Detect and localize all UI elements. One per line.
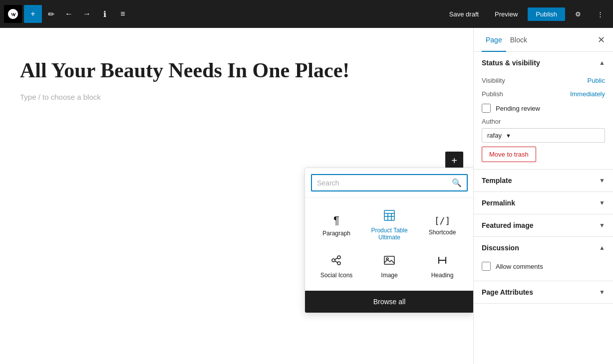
featured-image-chevron-icon: ▼ <box>599 222 605 229</box>
publish-label: Publish <box>482 90 503 98</box>
svg-point-7 <box>337 262 340 265</box>
page-attributes-header[interactable]: Page Attributes ▼ <box>474 281 613 303</box>
social-icons-icon <box>331 255 342 269</box>
page-attributes-section: Page Attributes ▼ <box>474 281 613 304</box>
allow-comments-checkbox[interactable] <box>482 262 491 271</box>
block-item-heading[interactable]: Heading <box>417 249 468 285</box>
floating-add-block-button[interactable]: + <box>445 152 463 170</box>
list-view-button[interactable]: ≡ <box>114 5 132 23</box>
block-item-image[interactable]: Image <box>364 249 415 285</box>
shortcode-icon: [/] <box>434 215 451 226</box>
chevron-up-icon: ▲ <box>599 59 605 66</box>
toolbar-right: Save draft Preview Publish ⚙ ⋮ <box>443 5 609 23</box>
product-table-label: Product Table Ultimate <box>368 227 411 241</box>
image-label: Image <box>381 272 397 279</box>
pending-review-label: Pending review <box>496 105 540 112</box>
editor-area: All Your Beauty Needs In One Place! Type… <box>0 28 473 364</box>
tab-page[interactable]: Page <box>482 28 506 52</box>
pending-review-row: Pending review <box>482 101 605 116</box>
sidebar-tabs: Page Block ✕ <box>474 28 613 52</box>
heading-icon <box>437 255 448 269</box>
discussion-chevron-icon: ▲ <box>599 244 605 251</box>
publish-button[interactable]: Publish <box>528 7 565 21</box>
wp-logo-icon <box>8 9 18 19</box>
tab-block[interactable]: Block <box>506 28 531 52</box>
author-label: Author <box>482 116 605 128</box>
publish-value[interactable]: Immediately <box>570 90 605 98</box>
visibility-value[interactable]: Public <box>588 77 605 84</box>
block-placeholder[interactable]: Type / to choose a block <box>20 93 453 101</box>
info-button[interactable]: ℹ <box>96 5 114 23</box>
page-attributes-chevron-icon: ▼ <box>599 289 605 296</box>
heading-label: Heading <box>431 272 454 279</box>
svg-rect-0 <box>384 210 394 220</box>
pending-review-checkbox[interactable] <box>482 104 491 113</box>
author-chevron-icon: ▼ <box>506 133 511 139</box>
settings-button[interactable]: ⚙ <box>569 5 587 23</box>
block-item-shortcode[interactable]: [/] Shortcode <box>417 204 468 247</box>
allow-comments-label: Allow comments <box>496 263 543 270</box>
featured-image-label: Featured image <box>482 221 533 229</box>
visibility-row: Visibility Public <box>482 74 605 87</box>
template-header[interactable]: Template ▼ <box>474 170 613 191</box>
author-value: rafay <box>487 132 502 139</box>
main-layout: All Your Beauty Needs In One Place! Type… <box>0 28 613 364</box>
discussion-section: Discussion ▲ Allow comments <box>474 237 613 281</box>
block-picker-popup: 🔍 ¶ Paragraph <box>305 168 473 313</box>
permalink-section: Permalink ▼ <box>474 192 613 214</box>
edit-tool-button[interactable]: ✏ <box>42 5 60 23</box>
sidebar: Page Block ✕ Status & visibility ▲ Visib… <box>473 28 613 364</box>
block-item-social-icons[interactable]: Social Icons <box>311 249 362 285</box>
featured-image-section: Featured image ▼ <box>474 214 613 237</box>
template-section: Template ▼ <box>474 170 613 192</box>
template-chevron-icon: ▼ <box>599 177 605 184</box>
add-block-toolbar-button[interactable]: + <box>24 5 42 23</box>
allow-comments-row: Allow comments <box>482 259 605 274</box>
redo-button[interactable]: → <box>78 5 96 23</box>
toolbar: + ✏ ← → ℹ ≡ Save draft Preview Publish ⚙… <box>0 0 613 28</box>
product-table-icon <box>384 210 395 224</box>
page-title[interactable]: All Your Beauty Needs In One Place! <box>20 58 453 83</box>
svg-line-8 <box>335 258 337 260</box>
template-label: Template <box>482 177 512 184</box>
search-wrapper: 🔍 <box>311 174 468 191</box>
save-draft-button[interactable]: Save draft <box>443 7 485 21</box>
image-icon <box>384 255 395 269</box>
visibility-label: Visibility <box>482 77 505 84</box>
status-visibility-title: Status & visibility <box>482 59 540 67</box>
search-icon: 🔍 <box>452 178 462 187</box>
undo-button[interactable]: ← <box>60 5 78 23</box>
author-select[interactable]: rafay ▼ <box>482 128 605 143</box>
status-visibility-section: Status & visibility ▲ Visibility Public … <box>474 52 613 170</box>
permalink-chevron-icon: ▼ <box>599 199 605 206</box>
social-icons-label: Social Icons <box>320 272 353 279</box>
more-options-button[interactable]: ⋮ <box>591 5 609 23</box>
svg-rect-10 <box>384 256 394 264</box>
preview-button[interactable]: Preview <box>489 7 524 21</box>
status-visibility-body: Visibility Public Publish Immediately Pe… <box>474 74 613 169</box>
svg-point-6 <box>332 259 335 262</box>
browse-all-button[interactable]: Browse all <box>305 291 473 313</box>
discussion-label: Discussion <box>482 244 519 252</box>
block-item-paragraph[interactable]: ¶ Paragraph <box>311 204 362 247</box>
discussion-header[interactable]: Discussion ▲ <box>474 237 613 259</box>
sidebar-close-button[interactable]: ✕ <box>598 34 605 45</box>
block-item-product-table[interactable]: Product Table Ultimate <box>364 204 415 247</box>
shortcode-label: Shortcode <box>429 229 456 236</box>
move-to-trash-button[interactable]: Move to trash <box>482 147 536 162</box>
page-attributes-label: Page Attributes <box>482 288 533 296</box>
block-grid: ¶ Paragraph Product Table Ultimate <box>305 198 473 291</box>
discussion-body: Allow comments <box>474 259 613 281</box>
status-visibility-header[interactable]: Status & visibility ▲ <box>474 52 613 74</box>
svg-line-9 <box>335 261 337 263</box>
publish-row: Publish Immediately <box>482 87 605 101</box>
wp-logo <box>4 5 22 23</box>
block-picker-search-area: 🔍 <box>305 168 473 198</box>
paragraph-icon: ¶ <box>333 214 339 227</box>
svg-point-5 <box>337 256 340 259</box>
block-search-input[interactable] <box>317 179 452 187</box>
permalink-header[interactable]: Permalink ▼ <box>474 192 613 214</box>
paragraph-label: Paragraph <box>322 230 350 237</box>
featured-image-header[interactable]: Featured image ▼ <box>474 214 613 236</box>
permalink-label: Permalink <box>482 199 515 207</box>
